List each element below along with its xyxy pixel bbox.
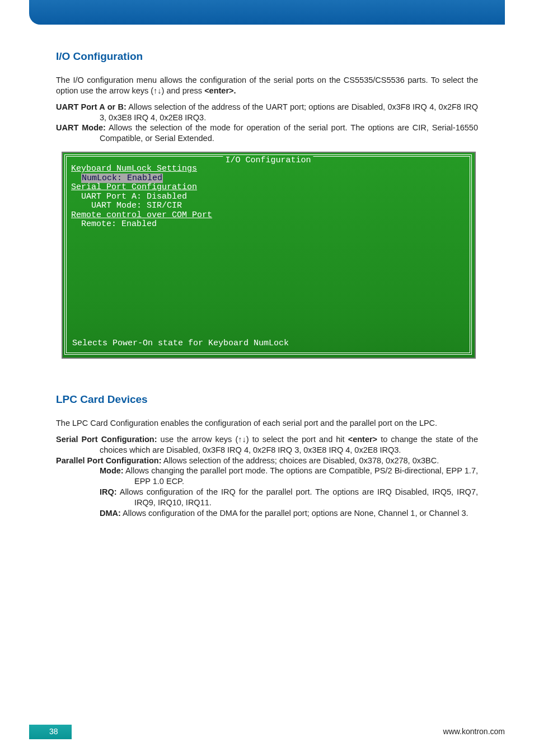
uart-mode-item: UART Mode: Allows the selection of the m… [56, 123, 478, 144]
irq-text: Allows configuration of the IRQ for the … [117, 487, 478, 507]
irq-item: IRQ: Allows configuration of the IRQ for… [56, 487, 478, 508]
bios-line-remote: Remote: Enabled [71, 220, 465, 229]
uart-port-text: Allows selection of the address of the U… [100, 102, 478, 122]
pp-text: Allows selection of the address; choices… [162, 456, 439, 465]
mode-item: Mode: Allows changing the parallel port … [56, 466, 478, 487]
section-title-io: I/O Configuration [56, 50, 478, 63]
bios-line-uart-a: UART Port A: Disabled [71, 192, 465, 202]
bios-selected-option: NumLock: Enabled [81, 173, 163, 183]
bios-screenshot: I/O Configuration Keyboard NumLock Setti… [62, 152, 476, 359]
dma-text: Allows configuration of the DMA for the … [121, 509, 469, 518]
header-bar [29, 0, 505, 25]
io-intro-text: The I/O configuration menu allows the co… [56, 76, 478, 95]
bios-line-serial-head: Serial Port Configuration [71, 183, 465, 192]
sp-enter: <enter> [348, 435, 377, 444]
uart-mode-text: Allows the selection of the mode for ope… [100, 123, 478, 143]
parallel-port-config-item: Parallel Port Configuration: Allows sele… [56, 456, 478, 466]
lpc-intro: The LPC Card Configuration enables the c… [56, 418, 478, 429]
footer-url: www.kontron.com [443, 725, 505, 736]
serial-port-config-item: Serial Port Configuration: use the arrow… [56, 434, 478, 456]
bios-line-numlock-head: Keyboard NumLock Settings [71, 165, 465, 174]
uart-mode-label: UART Mode: [56, 123, 106, 132]
dma-item: DMA: Allows configuration of the DMA for… [56, 508, 478, 519]
pp-label: Parallel Port Configuration: [56, 456, 162, 465]
dma-label: DMA: [100, 509, 121, 518]
mode-label: Mode: [100, 466, 124, 475]
bios-title: I/O Configuration [223, 156, 313, 165]
sp-label: Serial Port Configuration: [56, 435, 157, 444]
io-intro: The I/O configuration menu allows the co… [56, 75, 478, 96]
sp-text-a: use the arrow keys (↑↓) to select the po… [157, 435, 348, 444]
irq-label: IRQ: [100, 487, 117, 496]
uart-port-item: UART Port A or B: Allows selection of th… [56, 102, 478, 123]
section-title-lpc: LPC Card Devices [56, 393, 478, 406]
uart-port-label: UART Port A or B: [56, 102, 127, 111]
io-intro-enter: <enter>. [204, 86, 236, 95]
page-footer: 38 www.kontron.com [29, 725, 505, 739]
bios-line-numlock: NumLock: Enabled [71, 174, 465, 184]
bios-help-line: Selects Power-On state for Keyboard NumL… [72, 339, 289, 348]
bios-inner: I/O Configuration Keyboard NumLock Setti… [66, 156, 470, 353]
page-number: 38 [29, 725, 72, 739]
mode-text: Allows changing the parallel port mode. … [124, 466, 478, 486]
bios-line-remote-head: Remote control over COM Port [71, 211, 465, 220]
bios-line-uart-mode: UART Mode: SIR/CIR [71, 201, 465, 211]
page-content: I/O Configuration The I/O configuration … [56, 50, 478, 519]
